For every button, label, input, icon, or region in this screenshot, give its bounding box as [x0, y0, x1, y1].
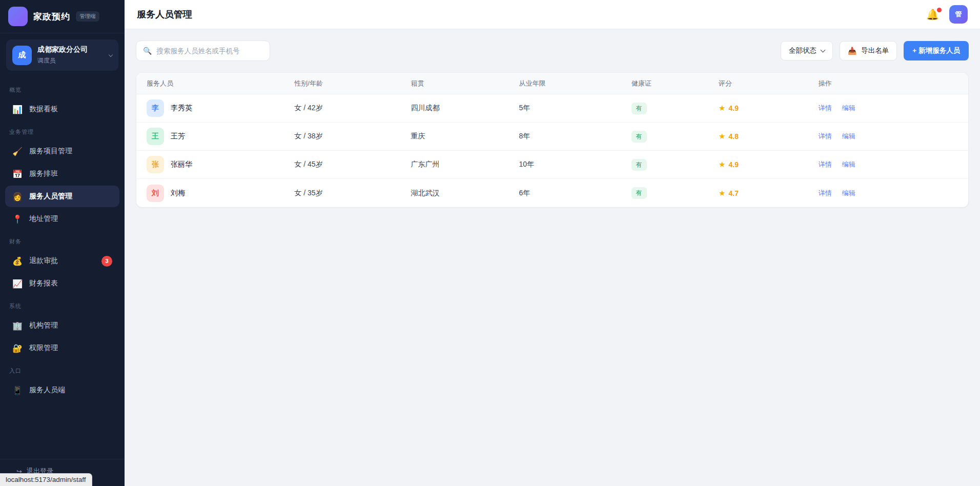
- rating-value: 4.8: [729, 132, 739, 140]
- staff-cell: 刘 刘梅: [136, 185, 294, 202]
- detail-link[interactable]: 详情: [819, 132, 832, 141]
- column-header-staff: 服务人员: [136, 79, 294, 88]
- years-cell: 6年: [519, 189, 631, 198]
- app-logo: [8, 7, 28, 26]
- actions-cell: 详情 编辑: [819, 189, 968, 198]
- office-building-icon: 🏢: [12, 321, 23, 331]
- gender-age-cell: 女 / 38岁: [294, 132, 411, 141]
- gender-age-cell: 女 / 42岁: [294, 104, 411, 113]
- edit-link[interactable]: 编辑: [842, 189, 855, 198]
- sidebar-item-staff-management[interactable]: 👩 服务人员管理: [5, 186, 119, 207]
- sidebar-item-service-projects[interactable]: 🧹 服务项目管理: [5, 140, 119, 162]
- sidebar-item-label: 退款审批: [29, 256, 58, 266]
- org-name: 成都家政分公司: [37, 45, 88, 54]
- nav-section-system: 系统: [9, 302, 115, 310]
- detail-link[interactable]: 详情: [819, 104, 832, 113]
- org-info: 成都家政分公司 调度员: [37, 45, 88, 65]
- detail-link[interactable]: 详情: [819, 160, 832, 169]
- sidebar-item-permissions[interactable]: 🔐 权限管理: [5, 337, 119, 359]
- sidebar-item-staff-portal[interactable]: 📱 服务人员端: [5, 379, 119, 401]
- sidebar: 家政预约 管理端 成 成都家政分公司 调度员 概览 📊 数据看板 业务管理 🧹 …: [0, 0, 125, 486]
- admin-mode-badge: 管理端: [76, 11, 99, 22]
- staff-name: 张丽华: [171, 160, 192, 169]
- sidebar-item-label: 服务人员管理: [29, 192, 72, 201]
- sidebar-item-address[interactable]: 📍 地址管理: [5, 208, 119, 230]
- table-header-row: 服务人员 性别/年龄 籍贯 从业年限 健康证 评分 操作: [136, 73, 968, 94]
- table-row: 张 张丽华 女 / 45岁 广东广州 10年 有 ★ 4.9 详情 编辑: [136, 151, 968, 179]
- page-title: 服务人员管理: [137, 8, 192, 21]
- staff-name: 刘梅: [171, 189, 185, 198]
- health-badge: 有: [631, 103, 647, 114]
- star-icon: ★: [719, 132, 725, 141]
- staff-cell: 张 张丽华: [136, 156, 294, 173]
- staff-cell: 王 王芳: [136, 128, 294, 145]
- hometown-cell: 湖北武汉: [411, 189, 519, 198]
- health-cell: 有: [631, 131, 719, 143]
- table-row: 李 李秀英 女 / 42岁 四川成都 5年 有 ★ 4.9 详情 编辑: [136, 94, 968, 123]
- org-avatar: 成: [12, 46, 32, 65]
- mobile-phone-icon: 📱: [12, 386, 23, 395]
- rating-value: 4.7: [729, 189, 739, 197]
- app-name: 家政预约: [33, 11, 70, 23]
- org-switcher[interactable]: 成 成都家政分公司 调度员: [6, 39, 118, 71]
- sidebar-item-label: 服务排班: [29, 169, 58, 178]
- bar-chart-icon: 📊: [12, 105, 23, 114]
- refund-count-badge: 3: [101, 256, 112, 267]
- sidebar-item-finance-reports[interactable]: 📈 财务报表: [5, 273, 119, 294]
- toolbar-right: 全部状态 📥 导出名单 + 新增服务人员: [781, 41, 969, 60]
- health-cell: 有: [631, 103, 719, 114]
- export-button[interactable]: 📥 导出名单: [840, 41, 897, 60]
- main-area: 服务人员管理 🔔 管 🔍 全部状态: [125, 0, 980, 486]
- nav-section-overview: 概览: [9, 86, 115, 94]
- nav-section-entry: 入口: [9, 367, 115, 375]
- years-cell: 10年: [519, 160, 631, 169]
- sidebar-item-label: 数据看板: [29, 105, 58, 114]
- staff-name: 王芳: [171, 132, 185, 141]
- chevron-down-icon: [820, 48, 825, 53]
- sidebar-item-org-management[interactable]: 🏢 机构管理: [5, 315, 119, 336]
- column-header-hometown: 籍贯: [411, 79, 519, 88]
- sidebar-item-refund-approval[interactable]: 💰 退款审批 3: [5, 250, 119, 272]
- app-window: 家政预约 管理端 成 成都家政分公司 调度员 概览 📊 数据看板 业务管理 🧹 …: [0, 0, 980, 486]
- detail-link[interactable]: 详情: [819, 189, 832, 198]
- edit-link[interactable]: 编辑: [842, 132, 855, 141]
- actions-cell: 详情 编辑: [819, 132, 968, 141]
- sidebar-item-dashboard[interactable]: 📊 数据看板: [5, 98, 119, 120]
- edit-link[interactable]: 编辑: [842, 160, 855, 169]
- edit-link[interactable]: 编辑: [842, 104, 855, 113]
- staff-avatar: 张: [147, 156, 164, 173]
- star-icon: ★: [719, 104, 725, 113]
- staff-avatar: 刘: [147, 185, 164, 202]
- avatar-button[interactable]: 管: [949, 5, 968, 24]
- sidebar-item-label: 地址管理: [29, 214, 58, 224]
- column-header-rating: 评分: [719, 79, 819, 88]
- gender-age-cell: 女 / 45岁: [294, 160, 411, 169]
- status-filter-select[interactable]: 全部状态: [781, 41, 833, 60]
- add-staff-button[interactable]: + 新增服务人员: [904, 41, 969, 60]
- nav-section-business: 业务管理: [9, 128, 115, 136]
- notifications-button[interactable]: 🔔: [926, 9, 939, 19]
- staff-avatar: 李: [147, 99, 164, 117]
- health-badge: 有: [631, 131, 647, 143]
- years-cell: 5年: [519, 104, 631, 113]
- money-bag-icon: 💰: [12, 256, 23, 266]
- sidebar-item-label: 机构管理: [29, 321, 58, 330]
- search-input[interactable]: [156, 47, 263, 55]
- inbox-tray-icon: 📥: [848, 47, 856, 55]
- toolbar: 🔍 全部状态 📥 导出名单 + 新增服务人员: [136, 40, 969, 61]
- column-header-actions: 操作: [819, 79, 968, 88]
- sidebar-item-label: 服务人员端: [29, 386, 65, 395]
- health-badge: 有: [631, 159, 647, 171]
- health-cell: 有: [631, 187, 719, 199]
- status-bar-url: localhost:5173/admin/staff: [0, 473, 92, 486]
- rating-value: 4.9: [729, 104, 739, 112]
- broom-icon: 🧹: [12, 147, 23, 156]
- years-cell: 8年: [519, 132, 631, 141]
- sidebar-item-scheduling[interactable]: 📅 服务排班: [5, 163, 119, 185]
- lock-icon: 🔐: [12, 343, 23, 353]
- org-role: 调度员: [37, 56, 88, 65]
- gender-age-cell: 女 / 35岁: [294, 189, 411, 198]
- actions-cell: 详情 编辑: [819, 104, 968, 113]
- rating-cell: ★ 4.9: [719, 160, 819, 169]
- rating-cell: ★ 4.9: [719, 104, 819, 113]
